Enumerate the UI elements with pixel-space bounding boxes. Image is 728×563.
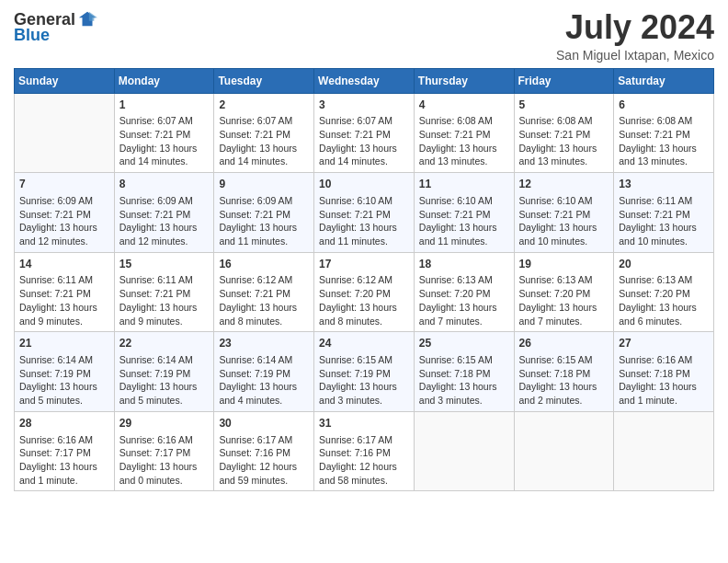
day-info-line: Daylight: 13 hours — [119, 142, 210, 155]
calendar-cell: 7Sunrise: 6:09 AMSunset: 7:21 PMDaylight… — [15, 173, 115, 253]
day-info-line: Daylight: 13 hours — [419, 142, 509, 155]
weekday-header-row: SundayMondayTuesdayWednesdayThursdayFrid… — [15, 68, 714, 93]
day-info-line: and 9 minutes. — [19, 315, 109, 328]
calendar-cell — [514, 411, 614, 491]
day-info-line: and 9 minutes. — [119, 315, 210, 328]
day-info-line: Daylight: 12 hours — [319, 460, 409, 474]
day-info-line: Sunrise: 6:07 AM — [219, 114, 309, 128]
calendar-cell: 11Sunrise: 6:10 AMSunset: 7:21 PMDayligh… — [414, 173, 514, 253]
day-info-line: Daylight: 13 hours — [619, 142, 709, 155]
day-info-line: Sunrise: 6:08 AM — [619, 114, 709, 128]
day-info-line: Sunrise: 6:09 AM — [219, 194, 309, 208]
day-info-line: and 14 minutes. — [119, 155, 210, 168]
day-info-line: Daylight: 13 hours — [619, 301, 709, 315]
day-info-line: and 6 minutes. — [619, 315, 709, 328]
day-info-line: Sunrise: 6:07 AM — [319, 114, 409, 128]
day-info-line: and 10 minutes. — [519, 235, 609, 248]
day-info-line: and 5 minutes. — [119, 394, 210, 408]
calendar-cell: 13Sunrise: 6:11 AMSunset: 7:21 PMDayligh… — [614, 173, 714, 253]
day-info-line: and 13 minutes. — [519, 155, 609, 168]
day-info-line: Sunset: 7:21 PM — [319, 208, 409, 222]
day-info-line: Sunset: 7:21 PM — [119, 208, 210, 222]
day-info-line: Sunset: 7:21 PM — [619, 208, 709, 222]
day-info-line: Daylight: 13 hours — [219, 142, 309, 155]
day-number: 16 — [219, 257, 309, 272]
calendar-cell: 18Sunrise: 6:13 AMSunset: 7:20 PMDayligh… — [414, 252, 514, 332]
page-header: General Blue July 2024 San Miguel Ixtapa… — [14, 9, 714, 63]
day-info-line: Sunset: 7:21 PM — [419, 208, 509, 222]
day-info-line: and 5 minutes. — [19, 394, 109, 408]
day-info-line: Sunset: 7:17 PM — [119, 446, 210, 460]
calendar-cell: 24Sunrise: 6:15 AMSunset: 7:19 PMDayligh… — [314, 332, 415, 412]
day-info-line: Daylight: 13 hours — [319, 380, 409, 394]
day-info-line: Sunrise: 6:17 AM — [319, 433, 409, 447]
day-info-line: Daylight: 13 hours — [119, 460, 210, 474]
day-number: 14 — [19, 257, 109, 272]
day-info-line: Sunrise: 6:07 AM — [119, 114, 210, 128]
day-info-line: Sunset: 7:19 PM — [19, 367, 109, 381]
day-info-line: and 14 minutes. — [219, 155, 309, 168]
calendar-cell: 29Sunrise: 6:16 AMSunset: 7:17 PMDayligh… — [114, 411, 214, 491]
calendar-cell: 26Sunrise: 6:15 AMSunset: 7:18 PMDayligh… — [514, 332, 614, 412]
day-info-line: Daylight: 13 hours — [519, 221, 609, 235]
calendar-cell: 10Sunrise: 6:10 AMSunset: 7:21 PMDayligh… — [314, 173, 415, 253]
day-info-line: Sunset: 7:20 PM — [619, 287, 709, 301]
day-info-line: and 1 minute. — [619, 394, 709, 408]
day-info-line: Sunset: 7:18 PM — [519, 367, 609, 381]
day-info-line: Sunrise: 6:17 AM — [219, 433, 309, 447]
calendar-cell — [614, 411, 714, 491]
day-info-line: Sunrise: 6:15 AM — [419, 353, 509, 367]
day-number: 15 — [119, 257, 210, 272]
day-number: 12 — [519, 177, 609, 192]
day-number: 30 — [219, 416, 309, 431]
day-info-line: and 13 minutes. — [619, 155, 709, 168]
day-number: 18 — [419, 257, 509, 272]
day-info-line: Sunrise: 6:12 AM — [219, 273, 309, 287]
weekday-header-sunday: Sunday — [15, 68, 115, 93]
month-year-title: July 2024 — [556, 9, 714, 46]
title-block: July 2024 San Miguel Ixtapan, Mexico — [556, 9, 714, 63]
calendar-cell: 31Sunrise: 6:17 AMSunset: 7:16 PMDayligh… — [314, 411, 415, 491]
day-info-line: Sunset: 7:19 PM — [219, 367, 309, 381]
day-number: 13 — [619, 177, 709, 192]
calendar-cell: 4Sunrise: 6:08 AMSunset: 7:21 PMDaylight… — [414, 93, 514, 173]
day-info-line: Daylight: 13 hours — [19, 460, 109, 474]
day-info-line: and 59 minutes. — [219, 474, 309, 488]
day-info-line: and 2 minutes. — [519, 394, 609, 408]
day-info-line: Daylight: 13 hours — [319, 221, 409, 235]
day-number: 31 — [319, 416, 409, 431]
day-info-line: Sunrise: 6:09 AM — [119, 194, 210, 208]
day-info-line: Sunset: 7:16 PM — [219, 446, 309, 460]
day-info-line: Sunrise: 6:11 AM — [19, 273, 109, 287]
day-info-line: Sunrise: 6:09 AM — [19, 194, 109, 208]
day-info-line: Sunset: 7:20 PM — [519, 287, 609, 301]
day-info-line: Daylight: 13 hours — [219, 301, 309, 315]
day-info-line: Daylight: 13 hours — [19, 380, 109, 394]
day-info-line: and 3 minutes. — [319, 394, 409, 408]
day-info-line: and 8 minutes. — [319, 315, 409, 328]
day-info-line: Sunset: 7:20 PM — [419, 287, 509, 301]
day-info-line: and 13 minutes. — [419, 155, 509, 168]
day-info-line: Daylight: 12 hours — [219, 460, 309, 474]
logo: General Blue — [14, 9, 97, 45]
day-info-line: Sunrise: 6:14 AM — [219, 353, 309, 367]
day-info-line: and 7 minutes. — [419, 315, 509, 328]
day-info-line: Sunset: 7:21 PM — [219, 208, 309, 222]
day-number: 11 — [419, 177, 509, 192]
day-info-line: Sunrise: 6:10 AM — [419, 194, 509, 208]
day-info-line: Sunrise: 6:11 AM — [119, 273, 210, 287]
day-number: 4 — [419, 98, 509, 113]
day-number: 9 — [219, 177, 309, 192]
weekday-header-saturday: Saturday — [614, 68, 714, 93]
day-info-line: Sunset: 7:16 PM — [319, 446, 409, 460]
day-info-line: Daylight: 13 hours — [319, 301, 409, 315]
day-info-line: Sunrise: 6:12 AM — [319, 273, 409, 287]
day-info-line: Sunset: 7:21 PM — [19, 287, 109, 301]
day-info-line: Sunset: 7:17 PM — [19, 446, 109, 460]
calendar-week-row: 14Sunrise: 6:11 AMSunset: 7:21 PMDayligh… — [15, 252, 714, 332]
day-info-line: Sunrise: 6:08 AM — [419, 114, 509, 128]
calendar-cell: 14Sunrise: 6:11 AMSunset: 7:21 PMDayligh… — [15, 252, 115, 332]
day-info-line: Daylight: 13 hours — [119, 380, 210, 394]
day-info-line: Daylight: 13 hours — [119, 301, 210, 315]
day-info-line: Daylight: 13 hours — [419, 301, 509, 315]
